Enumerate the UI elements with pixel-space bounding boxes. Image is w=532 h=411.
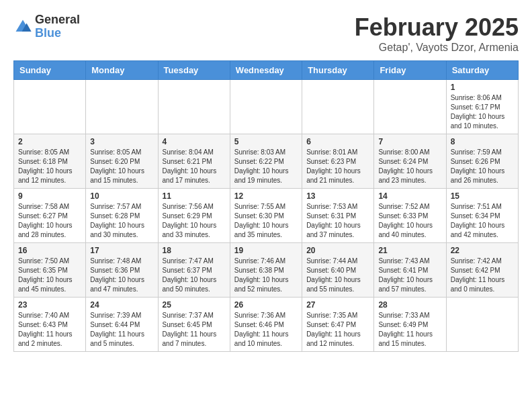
table-row	[302, 80, 374, 134]
day-number: 15	[451, 191, 514, 201]
table-row	[14, 80, 86, 134]
day-info: Sunrise: 8:06 AM Sunset: 6:17 PM Dayligh…	[451, 93, 514, 131]
day-info: Sunrise: 7:42 AM Sunset: 6:42 PM Dayligh…	[451, 257, 514, 294]
table-row: 26Sunrise: 7:36 AM Sunset: 6:46 PM Dayli…	[230, 298, 302, 352]
calendar-week-3: 16Sunrise: 7:50 AM Sunset: 6:35 PM Dayli…	[14, 243, 519, 298]
day-number: 2	[18, 137, 81, 146]
day-info: Sunrise: 8:04 AM Sunset: 6:21 PM Dayligh…	[163, 148, 226, 185]
table-row: 14Sunrise: 7:52 AM Sunset: 6:33 PM Dayli…	[374, 189, 446, 243]
logo: General Blue	[13, 13, 80, 40]
table-row: 3Sunrise: 8:05 AM Sunset: 6:20 PM Daylig…	[86, 134, 158, 189]
day-info: Sunrise: 7:48 AM Sunset: 6:36 PM Dayligh…	[90, 257, 153, 294]
day-number: 22	[451, 246, 514, 255]
table-row: 24Sunrise: 7:39 AM Sunset: 6:44 PM Dayli…	[86, 298, 158, 352]
calendar-week-4: 23Sunrise: 7:40 AM Sunset: 6:43 PM Dayli…	[14, 298, 519, 352]
day-number: 24	[90, 300, 153, 310]
table-row: 9Sunrise: 7:58 AM Sunset: 6:27 PM Daylig…	[14, 189, 86, 243]
day-info: Sunrise: 8:05 AM Sunset: 6:18 PM Dayligh…	[18, 148, 81, 185]
title-section: February 2025 Getap', Vayots Dzor, Armen…	[355, 13, 519, 54]
day-info: Sunrise: 7:59 AM Sunset: 6:26 PM Dayligh…	[451, 148, 514, 185]
logo-blue: Blue	[35, 26, 61, 40]
header-thursday: Thursday	[302, 61, 374, 80]
table-row: 6Sunrise: 8:01 AM Sunset: 6:23 PM Daylig…	[302, 134, 374, 189]
table-row: 5Sunrise: 8:03 AM Sunset: 6:22 PM Daylig…	[230, 134, 302, 189]
day-number: 6	[306, 137, 369, 146]
day-number: 10	[90, 191, 153, 201]
page-header: General Blue February 2025 Getap', Vayot…	[13, 13, 519, 54]
day-info: Sunrise: 7:56 AM Sunset: 6:29 PM Dayligh…	[163, 202, 226, 240]
header-monday: Monday	[86, 61, 158, 80]
table-row: 23Sunrise: 7:40 AM Sunset: 6:43 PM Dayli…	[14, 298, 86, 352]
day-info: Sunrise: 7:39 AM Sunset: 6:44 PM Dayligh…	[90, 311, 153, 349]
table-row: 10Sunrise: 7:57 AM Sunset: 6:28 PM Dayli…	[86, 189, 158, 243]
day-number: 26	[234, 300, 298, 310]
day-number: 12	[234, 191, 298, 201]
calendar-week-2: 9Sunrise: 7:58 AM Sunset: 6:27 PM Daylig…	[14, 189, 519, 243]
logo-general: General	[35, 13, 80, 26]
day-info: Sunrise: 7:51 AM Sunset: 6:34 PM Dayligh…	[451, 202, 514, 240]
day-info: Sunrise: 7:33 AM Sunset: 6:49 PM Dayligh…	[378, 311, 441, 349]
location-title: Getap', Vayots Dzor, Armenia	[355, 42, 519, 54]
day-number: 18	[163, 246, 226, 255]
day-info: Sunrise: 7:57 AM Sunset: 6:28 PM Dayligh…	[90, 202, 153, 240]
header-sunday: Sunday	[14, 61, 86, 80]
day-info: Sunrise: 7:52 AM Sunset: 6:33 PM Dayligh…	[378, 202, 441, 240]
header-saturday: Saturday	[446, 61, 518, 80]
day-number: 25	[163, 300, 226, 310]
calendar-table: Sunday Monday Tuesday Wednesday Thursday…	[13, 60, 519, 352]
day-number: 21	[378, 246, 441, 255]
day-info: Sunrise: 7:36 AM Sunset: 6:46 PM Dayligh…	[234, 311, 298, 349]
day-info: Sunrise: 7:50 AM Sunset: 6:35 PM Dayligh…	[18, 257, 81, 294]
table-row: 20Sunrise: 7:44 AM Sunset: 6:40 PM Dayli…	[302, 243, 374, 298]
day-number: 13	[306, 191, 369, 201]
day-number: 9	[18, 191, 81, 201]
table-row: 17Sunrise: 7:48 AM Sunset: 6:36 PM Dayli…	[86, 243, 158, 298]
table-row: 16Sunrise: 7:50 AM Sunset: 6:35 PM Dayli…	[14, 243, 86, 298]
day-number: 7	[378, 137, 441, 146]
day-number: 3	[90, 137, 153, 146]
table-row: 21Sunrise: 7:43 AM Sunset: 6:41 PM Dayli…	[374, 243, 446, 298]
day-number: 16	[18, 246, 81, 255]
table-row: 18Sunrise: 7:47 AM Sunset: 6:37 PM Dayli…	[158, 243, 230, 298]
day-info: Sunrise: 7:55 AM Sunset: 6:30 PM Dayligh…	[234, 202, 298, 240]
day-number: 28	[378, 300, 441, 310]
table-row: 4Sunrise: 8:04 AM Sunset: 6:21 PM Daylig…	[158, 134, 230, 189]
day-info: Sunrise: 7:37 AM Sunset: 6:45 PM Dayligh…	[163, 311, 226, 349]
table-row	[158, 80, 230, 134]
day-number: 20	[306, 246, 369, 255]
header-friday: Friday	[374, 61, 446, 80]
table-row: 25Sunrise: 7:37 AM Sunset: 6:45 PM Dayli…	[158, 298, 230, 352]
day-info: Sunrise: 8:05 AM Sunset: 6:20 PM Dayligh…	[90, 148, 153, 185]
day-number: 4	[163, 137, 226, 146]
calendar-week-1: 2Sunrise: 8:05 AM Sunset: 6:18 PM Daylig…	[14, 134, 519, 189]
table-row	[230, 80, 302, 134]
day-info: Sunrise: 7:40 AM Sunset: 6:43 PM Dayligh…	[18, 311, 81, 349]
calendar-header-row: Sunday Monday Tuesday Wednesday Thursday…	[14, 61, 519, 80]
calendar-week-0: 1Sunrise: 8:06 AM Sunset: 6:17 PM Daylig…	[14, 80, 519, 134]
table-row	[374, 80, 446, 134]
day-number: 23	[18, 300, 81, 310]
logo-text: General Blue	[35, 13, 80, 40]
day-number: 19	[234, 246, 298, 255]
month-title: February 2025	[355, 13, 519, 42]
table-row: 15Sunrise: 7:51 AM Sunset: 6:34 PM Dayli…	[446, 189, 518, 243]
table-row: 13Sunrise: 7:53 AM Sunset: 6:31 PM Dayli…	[302, 189, 374, 243]
day-number: 8	[451, 137, 514, 146]
day-info: Sunrise: 7:44 AM Sunset: 6:40 PM Dayligh…	[306, 257, 369, 294]
header-wednesday: Wednesday	[230, 61, 302, 80]
day-info: Sunrise: 7:43 AM Sunset: 6:41 PM Dayligh…	[378, 257, 441, 294]
table-row	[86, 80, 158, 134]
day-info: Sunrise: 7:53 AM Sunset: 6:31 PM Dayligh…	[306, 202, 369, 240]
table-row: 22Sunrise: 7:42 AM Sunset: 6:42 PM Dayli…	[446, 243, 518, 298]
day-number: 17	[90, 246, 153, 255]
day-number: 14	[378, 191, 441, 201]
day-info: Sunrise: 8:03 AM Sunset: 6:22 PM Dayligh…	[234, 148, 298, 185]
table-row: 7Sunrise: 8:00 AM Sunset: 6:24 PM Daylig…	[374, 134, 446, 189]
table-row: 11Sunrise: 7:56 AM Sunset: 6:29 PM Dayli…	[158, 189, 230, 243]
day-info: Sunrise: 8:00 AM Sunset: 6:24 PM Dayligh…	[378, 148, 441, 185]
logo-icon	[13, 17, 32, 36]
day-info: Sunrise: 7:46 AM Sunset: 6:38 PM Dayligh…	[234, 257, 298, 294]
day-number: 5	[234, 137, 298, 146]
table-row: 1Sunrise: 8:06 AM Sunset: 6:17 PM Daylig…	[446, 80, 518, 134]
table-row: 8Sunrise: 7:59 AM Sunset: 6:26 PM Daylig…	[446, 134, 518, 189]
